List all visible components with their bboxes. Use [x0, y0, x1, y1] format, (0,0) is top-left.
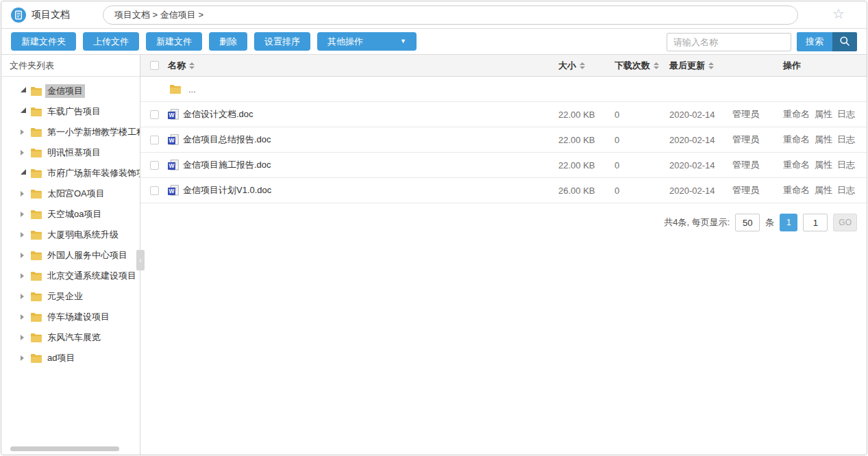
page-number-button[interactable]: 1	[780, 214, 797, 231]
sidebar-folder-item[interactable]: 市府广场新年装修装饰项目	[1, 163, 140, 183]
sort-icon[interactable]	[580, 62, 585, 69]
favorite-star-icon[interactable]: ☆	[832, 7, 845, 21]
set-sort-button[interactable]: 设置排序	[254, 32, 310, 51]
sort-icon[interactable]	[654, 62, 659, 69]
sort-icon[interactable]	[189, 62, 195, 69]
tree-expand-icon[interactable]	[21, 314, 29, 320]
tree-item-label[interactable]: 停车场建设项目	[45, 310, 112, 324]
properties-link[interactable]: 属性	[815, 184, 832, 197]
tree-item-label[interactable]: 大厦弱电系统升级	[45, 228, 121, 242]
column-header-size[interactable]: 大小	[558, 60, 615, 72]
breadcrumb[interactable]: 项目文档 > 金信项目 >	[103, 5, 798, 25]
select-all-checkbox[interactable]	[150, 61, 159, 70]
rename-link[interactable]: 重命名	[783, 159, 810, 171]
new-file-button[interactable]: 新建文件	[146, 32, 202, 51]
table-row[interactable]: W 金信项目总结报告.doc 22.00 KB 0 2020-02-14 管理员…	[140, 127, 867, 153]
search-button[interactable]: 搜索	[797, 32, 832, 51]
sidebar-horizontal-scrollbar[interactable]	[1, 446, 140, 452]
sidebar-folder-item[interactable]: 明讯恒基项目	[1, 142, 140, 163]
tree-expand-icon[interactable]	[21, 212, 29, 217]
tree-expand-icon[interactable]	[21, 150, 29, 155]
row-checkbox[interactable]	[150, 186, 159, 195]
sidebar-folder-item[interactable]: 北京交通系统建设项目	[1, 266, 140, 286]
search-icon-button[interactable]	[832, 32, 857, 51]
rename-link[interactable]: 重命名	[783, 184, 810, 197]
tree-expand-icon[interactable]	[21, 335, 29, 340]
log-link[interactable]: 日志	[837, 134, 855, 146]
properties-link[interactable]: 属性	[815, 134, 832, 146]
last-updated: 2020-02-14	[669, 135, 732, 145]
tree-expand-icon[interactable]	[21, 273, 29, 279]
table-row[interactable]: W 金信项目计划V1.0.doc 26.00 KB 0 2020-02-14 管…	[140, 178, 867, 203]
sidebar-folder-item[interactable]: 金信项目	[1, 81, 140, 101]
properties-link[interactable]: 属性	[815, 108, 832, 121]
more-actions-dropdown[interactable]: 其他操作 ▼	[317, 32, 417, 51]
content-body: 文件夹列表 金信项目 车载广告项目 第一小学新增教学楼工程 明讯恒基项目 市府广…	[1, 55, 867, 455]
tree-item-label[interactable]: 明讯恒基项目	[45, 146, 103, 160]
search-input[interactable]	[667, 33, 791, 51]
table-row[interactable]: W 金信设计文档.doc 22.00 KB 0 2020-02-14 管理员 重…	[140, 102, 867, 127]
file-name[interactable]: 金信设计文档.doc	[183, 108, 253, 121]
tree-expand-icon[interactable]	[21, 90, 29, 92]
delete-button[interactable]: 删除	[209, 32, 247, 51]
tree-expand-icon[interactable]	[21, 294, 29, 299]
tree-item-label[interactable]: 天空城oa项目	[45, 207, 103, 221]
rename-link[interactable]: 重命名	[783, 108, 810, 121]
log-link[interactable]: 日志	[837, 184, 855, 197]
tree-item-label[interactable]: 市府广场新年装修装饰项目	[45, 166, 140, 180]
go-button[interactable]: GO	[833, 214, 857, 231]
tree-item-label[interactable]: 东风汽车展览	[45, 331, 103, 344]
scrollbar-thumb[interactable]	[10, 446, 119, 451]
file-name[interactable]: 金信项目计划V1.0.doc	[183, 184, 271, 197]
file-name[interactable]: 金信项目总结报告.doc	[183, 134, 271, 146]
tree-item-label[interactable]: 外国人服务中心项目	[45, 249, 129, 262]
new-folder-button[interactable]: 新建文件夹	[11, 32, 76, 51]
page-size-input[interactable]	[735, 214, 760, 231]
file-name[interactable]: 金信项目施工报告.doc	[183, 159, 271, 171]
parent-folder-label[interactable]: ...	[188, 84, 196, 94]
goto-page-input[interactable]	[803, 214, 828, 231]
tree-item-label[interactable]: 太阳宫OA项目	[45, 187, 107, 201]
sidebar-folder-item[interactable]: 东风汽车展览	[1, 327, 140, 348]
row-checkbox[interactable]	[150, 161, 159, 170]
tree-expand-icon[interactable]	[21, 191, 29, 197]
sidebar-folder-item[interactable]: 外国人服务中心项目	[1, 245, 140, 266]
parent-folder-row[interactable]: ...	[140, 77, 867, 102]
tree-item-label[interactable]: 金信项目	[45, 84, 85, 98]
sort-icon[interactable]	[708, 62, 714, 69]
tree-expand-icon[interactable]	[21, 172, 29, 175]
tree-expand-icon[interactable]	[21, 110, 29, 113]
sidebar-folder-item[interactable]: 停车场建设项目	[1, 307, 140, 327]
row-checkbox[interactable]	[150, 110, 159, 119]
tree-item-label[interactable]: 第一小学新增教学楼工程	[45, 125, 140, 139]
folder-icon	[30, 107, 42, 116]
column-header-updated[interactable]: 最后更新	[669, 60, 732, 72]
sidebar-folder-item[interactable]: 元昊企业	[1, 286, 140, 307]
tree-expand-icon[interactable]	[21, 253, 29, 258]
row-checkbox[interactable]	[150, 136, 159, 144]
tree-expand-icon[interactable]	[21, 355, 29, 361]
sidebar-folder-item[interactable]: 大厦弱电系统升级	[1, 225, 140, 245]
folder-icon	[30, 168, 42, 178]
sidebar-folder-item[interactable]: 第一小学新增教学楼工程	[1, 122, 140, 142]
tree-item-label[interactable]: 元昊企业	[45, 290, 85, 303]
tree-expand-icon[interactable]	[21, 129, 29, 135]
rename-link[interactable]: 重命名	[783, 134, 810, 146]
sidebar-collapse-handle[interactable]: ‹	[136, 250, 145, 270]
properties-link[interactable]: 属性	[815, 159, 832, 171]
log-link[interactable]: 日志	[837, 108, 855, 121]
file-size: 22.00 KB	[558, 135, 615, 145]
tree-item-label[interactable]: 北京交通系统建设项目	[45, 269, 138, 283]
tree-item-label[interactable]: 车载广告项目	[45, 105, 103, 118]
sidebar-folder-item[interactable]: 天空城oa项目	[1, 204, 140, 225]
table-row[interactable]: W 金信项目施工报告.doc 22.00 KB 0 2020-02-14 管理员…	[140, 153, 867, 178]
tree-expand-icon[interactable]	[21, 232, 29, 238]
sidebar-folder-item[interactable]: ad项目	[1, 348, 140, 368]
upload-file-button[interactable]: 上传文件	[83, 32, 139, 51]
tree-item-label[interactable]: ad项目	[45, 351, 77, 365]
column-header-name[interactable]: 名称	[168, 60, 558, 72]
sidebar-folder-item[interactable]: 太阳宫OA项目	[1, 183, 140, 204]
sidebar-folder-item[interactable]: 车载广告项目	[1, 101, 140, 122]
log-link[interactable]: 日志	[837, 159, 855, 171]
column-header-downloads[interactable]: 下载次数	[615, 60, 669, 72]
